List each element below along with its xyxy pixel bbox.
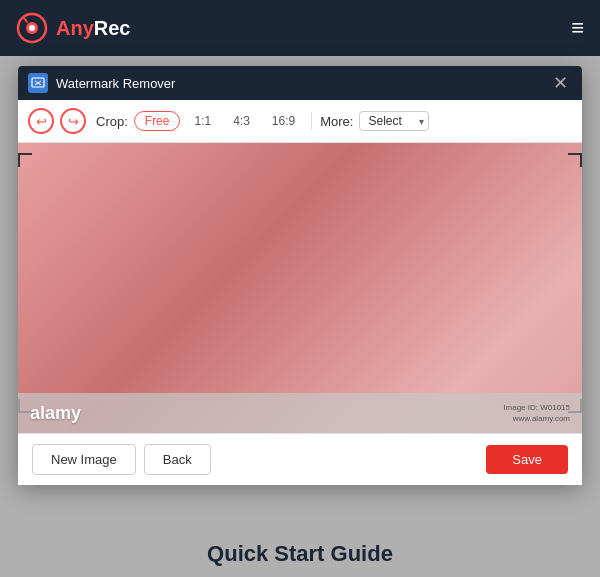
redo-button[interactable]: ↪	[60, 108, 86, 134]
logo: AnyRec	[16, 12, 131, 44]
crop-select-dropdown[interactable]: Select Custom Original	[359, 111, 429, 131]
svg-line-3	[24, 18, 27, 22]
top-navigation: AnyRec ≡	[0, 0, 600, 56]
back-button[interactable]: Back	[144, 444, 211, 475]
hamburger-menu-icon[interactable]: ≡	[571, 17, 584, 39]
more-label: More:	[320, 114, 353, 129]
undo-button[interactable]: ↩	[28, 108, 54, 134]
watermark-info: Image ID: W01015 www.alamy.com	[503, 402, 570, 424]
watermark-line1: Image ID: W01015	[503, 402, 570, 413]
toolbar-divider	[311, 112, 312, 130]
modal-title: Watermark Remover	[56, 76, 541, 91]
svg-point-2	[29, 25, 35, 31]
modal-icon	[28, 73, 48, 93]
watermark-remover-modal: Watermark Remover ✕ ↩ ↪ Crop: Free 1:1 4…	[18, 66, 582, 485]
watermark-line2: www.alamy.com	[503, 413, 570, 424]
modal-titlebar: Watermark Remover ✕	[18, 66, 582, 100]
close-button[interactable]: ✕	[549, 72, 572, 94]
watermark-brand-text: alamy	[30, 403, 81, 424]
logo-text: AnyRec	[56, 17, 131, 40]
crop-free-button[interactable]: Free	[134, 111, 181, 131]
logo-icon	[16, 12, 48, 44]
save-button[interactable]: Save	[486, 445, 568, 474]
crop-16-9-button[interactable]: 16:9	[264, 112, 303, 130]
watermark-icon	[31, 76, 45, 90]
crop-toolbar: ↩ ↪ Crop: Free 1:1 4:3 16:9 More: Select…	[18, 100, 582, 143]
image-container: alamy Image ID: W01015 www.alamy.com	[18, 143, 582, 433]
image-preview: alamy Image ID: W01015 www.alamy.com	[18, 143, 582, 433]
crop-1-1-button[interactable]: 1:1	[186, 112, 219, 130]
crop-4-3-button[interactable]: 4:3	[225, 112, 258, 130]
watermark-bar: alamy Image ID: W01015 www.alamy.com	[18, 393, 582, 433]
action-bar: New Image Back Save	[18, 433, 582, 485]
new-image-button[interactable]: New Image	[32, 444, 136, 475]
crop-label: Crop:	[96, 114, 128, 129]
quick-start-title: Quick Start Guide	[0, 541, 600, 567]
action-left-group: New Image Back	[32, 444, 211, 475]
select-wrapper: Select Custom Original	[359, 111, 429, 131]
pink-image	[18, 143, 582, 433]
